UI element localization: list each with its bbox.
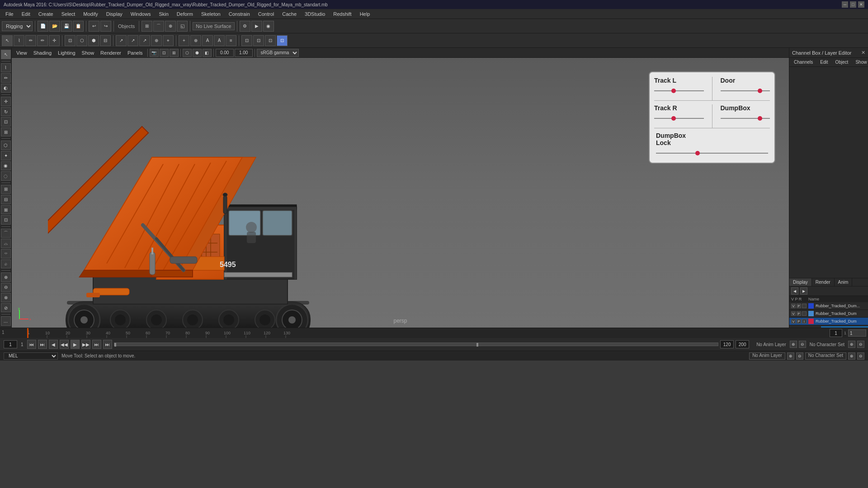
- menu-3dstudio[interactable]: 3DStudio: [301, 10, 329, 18]
- light-button[interactable]: ✦: [1, 151, 11, 160]
- extra-4-button[interactable]: ⊘: [1, 303, 11, 313]
- vp-smooth-btn[interactable]: ⬢: [193, 49, 202, 57]
- layer-p-1[interactable]: P: [797, 304, 801, 308]
- paint-tool-button[interactable]: ✏: [1, 73, 11, 83]
- next-frame-button[interactable]: ▶▶: [81, 340, 90, 349]
- le-tab-render[interactable]: Render: [812, 278, 835, 286]
- vp-grid-btn[interactable]: ⊞: [170, 49, 179, 57]
- menu-windows[interactable]: Windows: [127, 10, 155, 18]
- redo-button[interactable]: ↪: [100, 21, 111, 32]
- tab-show[interactable]: Show: [853, 59, 868, 66]
- start-frame-right[interactable]: [830, 329, 842, 337]
- extra-btn-1[interactable]: ⊡: [241, 35, 252, 46]
- mode-select[interactable]: Rigging: [2, 21, 33, 31]
- vp-value2-input[interactable]: [235, 49, 253, 57]
- vp-show-menu[interactable]: Show: [79, 49, 97, 56]
- extra-3-button[interactable]: ⊗: [1, 293, 11, 302]
- le-prev-button[interactable]: ◀: [791, 287, 798, 295]
- viewport-scene[interactable]: 5495: [12, 58, 789, 328]
- le-tab-display[interactable]: Display: [789, 278, 812, 286]
- next-keyframe-button[interactable]: ⏭: [92, 340, 101, 349]
- snap-btn-5[interactable]: ⌖: [163, 35, 174, 46]
- grid-1-button[interactable]: ⊞: [1, 185, 11, 194]
- menu-cache[interactable]: Cache: [278, 10, 300, 18]
- layer-p-2[interactable]: P: [797, 311, 801, 316]
- anim-layer-btn2[interactable]: ⊖: [799, 341, 806, 348]
- anim-btn-4[interactable]: A: [214, 35, 225, 46]
- goto-start-button[interactable]: ⏮: [27, 340, 36, 349]
- object-btn-3[interactable]: ⬢: [88, 35, 99, 46]
- close-button[interactable]: ✕: [858, 1, 864, 8]
- layer-r-1[interactable]: [802, 304, 807, 308]
- ipr-button[interactable]: ◉: [263, 21, 274, 32]
- le-next-button[interactable]: ▶: [800, 287, 807, 295]
- layer-row-1[interactable]: V P Rubber_Tracked_Dum...: [789, 302, 868, 310]
- layer-r-3[interactable]: l: [802, 319, 807, 324]
- extra-btn-2[interactable]: ⊡: [253, 35, 264, 46]
- snap-btn-3[interactable]: ↗: [139, 35, 150, 46]
- status-char-btn2[interactable]: ⊖: [857, 352, 864, 360]
- more-button[interactable]: …: [1, 316, 11, 326]
- vp-view-menu[interactable]: View: [14, 49, 30, 56]
- tab-edit[interactable]: Edit: [817, 59, 830, 66]
- joint-button[interactable]: ◉: [1, 161, 11, 171]
- menu-file[interactable]: File: [2, 10, 17, 18]
- right-panel-close[interactable]: ✕: [861, 50, 865, 56]
- max-frame-input[interactable]: [736, 340, 749, 348]
- new-scene-button[interactable]: 📄: [38, 21, 48, 32]
- menu-display[interactable]: Display: [103, 10, 126, 18]
- gamma-select[interactable]: sRGB gamma: [257, 49, 299, 57]
- paint2-button[interactable]: ✏: [37, 35, 48, 46]
- prev-frame-button[interactable]: ◀: [49, 340, 58, 349]
- goto-end-button[interactable]: ⏭: [103, 340, 112, 349]
- snap-surface-button[interactable]: ◱: [177, 21, 188, 32]
- curve-4-button[interactable]: ⌕: [1, 259, 11, 269]
- vp-texture-btn[interactable]: ◧: [203, 49, 212, 57]
- extra-btn-4[interactable]: ⊡: [277, 35, 288, 46]
- status-char-btn1[interactable]: ⊕: [848, 352, 855, 360]
- menu-constrain[interactable]: Constrain: [225, 10, 254, 18]
- anim-btn-1[interactable]: +: [179, 35, 189, 46]
- object-btn-2[interactable]: ⬡: [76, 35, 87, 46]
- grid-3-button[interactable]: ⊠: [1, 205, 11, 215]
- open-scene-button[interactable]: 📂: [49, 21, 60, 32]
- anim-btn-3[interactable]: A: [202, 35, 213, 46]
- object-btn-4[interactable]: ⊟: [100, 35, 111, 46]
- camera-button[interactable]: ⬡: [1, 141, 11, 150]
- menu-edit[interactable]: Edit: [18, 10, 34, 18]
- render-button[interactable]: ▶: [251, 21, 262, 32]
- snap-curve-button[interactable]: ⌒: [153, 21, 164, 32]
- layer-scrollbar[interactable]: [821, 326, 868, 328]
- play-forward-button[interactable]: ▶: [71, 340, 80, 349]
- move-button[interactable]: ✛: [1, 97, 11, 106]
- snap-btn-1[interactable]: ↗: [116, 35, 127, 46]
- menu-select[interactable]: Select: [58, 10, 79, 18]
- menu-modify[interactable]: Modify: [80, 10, 101, 18]
- vp-value1-input[interactable]: [216, 49, 234, 57]
- move-tool-button[interactable]: ✛: [49, 35, 60, 46]
- cv-button[interactable]: ◌: [1, 171, 11, 181]
- play-back-button[interactable]: ◀◀: [60, 340, 69, 349]
- curve-1-button[interactable]: ⌒: [1, 229, 11, 238]
- vp-fit-btn[interactable]: ⊡: [160, 49, 169, 57]
- rotate-button[interactable]: ↻: [1, 107, 11, 117]
- char-set-btn[interactable]: ⊕: [848, 341, 855, 348]
- snap-btn-2[interactable]: ↗: [127, 35, 138, 46]
- vp-wireframe-btn[interactable]: ⬡: [183, 49, 192, 57]
- range-start-marker[interactable]: [114, 343, 116, 347]
- range-bar[interactable]: [114, 343, 719, 346]
- le-tab-anim[interactable]: Anim: [835, 278, 853, 286]
- object-btn-1[interactable]: ⊡: [65, 35, 75, 46]
- menu-redshift[interactable]: Redshift: [330, 10, 355, 18]
- minimize-button[interactable]: ─: [842, 1, 848, 8]
- menu-create[interactable]: Create: [35, 10, 57, 18]
- lasso-select-button[interactable]: ⌇: [14, 35, 24, 46]
- tab-object[interactable]: Object: [833, 59, 851, 66]
- end-frame-input[interactable]: [720, 340, 734, 348]
- menu-deform[interactable]: Deform: [173, 10, 197, 18]
- range-end-marker[interactable]: [476, 343, 478, 347]
- status-anim-btn2[interactable]: ⊖: [796, 352, 803, 360]
- curve-2-button[interactable]: ⌓: [1, 239, 11, 248]
- select-mode-button[interactable]: ↖: [1, 50, 11, 59]
- layer-p-3[interactable]: P: [797, 319, 801, 324]
